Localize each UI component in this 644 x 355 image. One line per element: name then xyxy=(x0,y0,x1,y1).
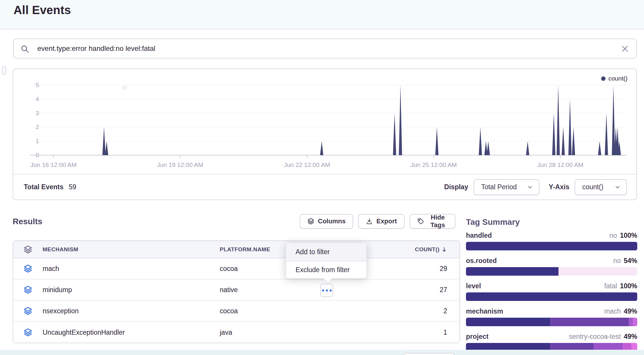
tag-bar-segment[interactable] xyxy=(550,318,629,326)
tag-bar-segment[interactable] xyxy=(466,318,550,326)
tag-summary-row-mechanism: mechanismmach49% xyxy=(466,307,637,326)
ellipsis-dot xyxy=(330,289,332,292)
table-row[interactable]: UncaughtExceptionHandler java 1 xyxy=(13,322,459,343)
chart-legend[interactable]: count() xyxy=(601,75,628,82)
chart-spike xyxy=(598,141,601,155)
tag-distribution-bar[interactable] xyxy=(466,267,637,276)
tag-bar-segment[interactable] xyxy=(466,267,559,276)
table-header-row: MECHANISM PLATFORM.NAME COUNT() xyxy=(13,241,459,258)
results-toolbar: Columns Export Hide Tags xyxy=(300,214,455,229)
table-row[interactable]: nsexception cocoa 2 xyxy=(13,301,459,322)
tag-value: no xyxy=(610,232,617,239)
column-header-count[interactable]: COUNT() xyxy=(395,246,459,253)
menu-item-add-to-filter[interactable]: Add to filter xyxy=(286,243,366,262)
cell-platform[interactable]: native xyxy=(220,286,395,294)
page-bottom-strip xyxy=(0,350,644,355)
tag-summary-row-project: projectsentry-cocoa-test49% xyxy=(466,333,637,351)
stack-icon xyxy=(24,285,32,294)
cell-platform[interactable]: cocoa xyxy=(220,307,395,315)
tag-bar-segment[interactable] xyxy=(629,318,633,326)
tag-summary-panel: Tag Summary handledno100%os.rootedno54%l… xyxy=(466,217,637,355)
cell-mechanism[interactable]: UncaughtExceptionHandler xyxy=(43,329,220,336)
tag-percent: 49% xyxy=(624,333,637,340)
tag-name: project xyxy=(466,333,489,341)
stack-icon xyxy=(24,245,32,254)
total-events-value: 59 xyxy=(69,183,76,191)
chart-footer: Total Events 59 Display Total Period Y-A… xyxy=(13,174,636,200)
cell-mechanism[interactable]: minidump xyxy=(43,286,220,294)
cell-platform[interactable]: java xyxy=(220,329,395,336)
export-button[interactable]: Export xyxy=(358,214,405,229)
tag-bar-segment[interactable] xyxy=(559,267,637,276)
results-table: MECHANISM PLATFORM.NAME COUNT() mach coc… xyxy=(13,240,460,343)
tag-top-value: no100% xyxy=(610,232,637,240)
table-row[interactable]: minidump native 27 xyxy=(13,279,459,301)
events-chart-panel: 012345Jun 16 12:00 AMJun 19 12:00 AMJun … xyxy=(13,68,637,200)
tag-top-value: sentry-cocoa-test49% xyxy=(569,333,637,341)
chart-spike xyxy=(612,85,615,155)
results-heading: Results xyxy=(13,217,42,226)
chevron-down-icon xyxy=(527,184,533,190)
display-dropdown-value: Total Period xyxy=(481,183,517,191)
cell-mechanism[interactable]: mach xyxy=(43,265,220,273)
tag-percent: 49% xyxy=(624,307,637,315)
tag-icon xyxy=(417,218,424,225)
tag-distribution-bar[interactable] xyxy=(466,292,637,301)
download-icon xyxy=(366,218,373,225)
hide-tags-button-label: Hide Tags xyxy=(428,214,448,229)
tag-percent: 54% xyxy=(624,257,637,264)
display-label: Display xyxy=(444,183,468,191)
tag-top-value: no54% xyxy=(613,257,637,265)
column-header-count-label: COUNT() xyxy=(415,246,440,253)
ellipsis-dot xyxy=(326,289,328,292)
page-header: All Events xyxy=(0,0,644,29)
stack-icon xyxy=(24,307,32,315)
column-header-mechanism[interactable]: MECHANISM xyxy=(43,246,220,253)
cell-actions-button[interactable] xyxy=(320,284,333,297)
tag-distribution-bar[interactable] xyxy=(466,242,637,250)
yaxis-dropdown[interactable]: count() xyxy=(575,179,627,195)
page-title: All Events xyxy=(14,4,71,17)
columns-button[interactable]: Columns xyxy=(300,214,353,229)
cell-mechanism[interactable]: nsexception xyxy=(43,307,220,315)
chart-spike xyxy=(393,113,396,155)
stack-icon xyxy=(24,328,32,337)
display-dropdown[interactable]: Total Period xyxy=(474,179,539,195)
tag-value: fatal xyxy=(604,282,617,290)
chart-point-marker xyxy=(123,86,126,89)
legend-series-dot xyxy=(601,76,606,81)
tag-bar-segment[interactable] xyxy=(633,318,637,326)
pagination-buttons-clipped[interactable] xyxy=(403,353,455,355)
chart-spike xyxy=(320,141,323,155)
table-row[interactable]: mach cocoa 29 xyxy=(13,258,459,279)
x-axis-tick-label: Jun 25 12:00 AM xyxy=(410,161,457,168)
stack-icon xyxy=(307,218,314,225)
panel-drag-handle[interactable] xyxy=(2,66,6,75)
y-axis-tick-label: 5 xyxy=(36,81,39,88)
tag-bar-segment[interactable] xyxy=(466,292,637,301)
x-axis-tick-label: Jun 28 12:00 AM xyxy=(537,161,583,168)
y-axis-tick-label: 2 xyxy=(36,123,39,130)
search-bar xyxy=(13,38,637,58)
cell-actions-menu: Add to filter Exclude from filter xyxy=(286,243,367,279)
chart-spike xyxy=(399,85,402,155)
search-icon xyxy=(20,44,30,54)
tag-distribution-bar[interactable] xyxy=(466,318,637,326)
yaxis-label: Y-Axis xyxy=(549,183,569,191)
search-clear-button[interactable] xyxy=(620,44,630,54)
yaxis-dropdown-value: count() xyxy=(582,183,603,191)
search-input[interactable] xyxy=(33,40,591,57)
tag-percent: 100% xyxy=(620,232,637,239)
columns-button-label: Columns xyxy=(318,217,346,225)
hide-tags-button[interactable]: Hide Tags xyxy=(410,214,455,229)
tag-summary-row-level: levelfatal100% xyxy=(466,282,637,301)
tag-summary-row-os.rooted: os.rootedno54% xyxy=(466,257,637,276)
chart-spike xyxy=(105,141,108,155)
discover-all-events-page: All Events 012345Jun 16 12:00 AMJun 19 1… xyxy=(0,0,644,355)
events-chart[interactable]: 012345Jun 16 12:00 AMJun 19 12:00 AMJun … xyxy=(13,69,636,178)
cell-count: 2 xyxy=(395,307,459,315)
tag-bar-segment[interactable] xyxy=(466,242,637,250)
tag-name: handled xyxy=(466,232,492,240)
cell-count: 1 xyxy=(395,329,459,336)
tag-summary-heading: Tag Summary xyxy=(466,217,637,227)
